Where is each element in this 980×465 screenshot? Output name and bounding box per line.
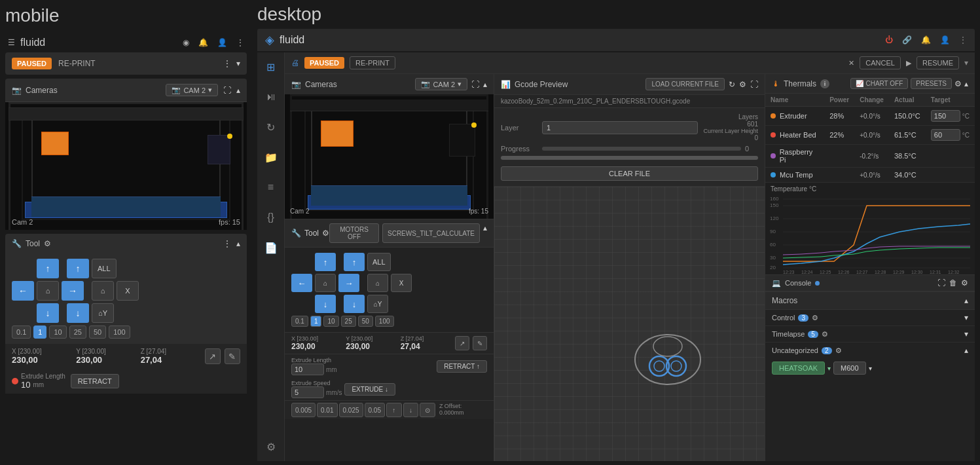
sidebar-home-icon[interactable]: ⊞ (262, 58, 280, 76)
mobile-step-1-button[interactable]: 1 (33, 326, 46, 339)
mobile-jog-left-button[interactable]: ← (12, 281, 34, 301)
sidebar-tuning-icon[interactable]: ≡ (262, 178, 280, 196)
sidebar-file-icon[interactable]: 📄 (262, 238, 280, 257)
desktop-jog-home-button[interactable]: ⌂ (315, 274, 336, 292)
desktop-layer-input[interactable] (542, 121, 698, 134)
mobile-cam-badge[interactable]: 📷 CAM 2 ▾ (166, 84, 218, 96)
bell-icon[interactable]: 🔔 (198, 38, 208, 47)
desktop-layer-slider[interactable] (501, 156, 758, 160)
desktop-extruder-target-input[interactable] (931, 110, 960, 122)
desktop-m600-macro-button[interactable]: M600 (833, 362, 866, 375)
mobile-tool-gear-icon[interactable]: ⚙ (44, 239, 51, 248)
desktop-presets-button[interactable]: PRESETS (911, 78, 952, 89)
mobile-jog-down-xy-button[interactable]: ↓ (37, 303, 59, 323)
desktop-heatsoak-chevron-icon[interactable]: ▾ (827, 365, 831, 372)
desktop-resume-button[interactable]: RESUME (916, 56, 959, 69)
desktop-thermals-settings-icon[interactable]: ⚙ (954, 79, 962, 88)
desktop-person-icon[interactable]: 👤 (940, 35, 950, 45)
desktop-extrude-length-input[interactable] (291, 363, 324, 375)
desktop-screws-tilt-button[interactable]: SCREWS_TILT_CALCULATE (382, 223, 480, 243)
desktop-thermals-collapse-icon[interactable]: ▴ (964, 79, 968, 88)
desktop-step-100-button[interactable]: 100 (375, 316, 394, 327)
mobile-jog-all-button[interactable]: ALL (92, 259, 117, 278)
desktop-z-adjust-2-button[interactable]: ✎ (473, 336, 487, 350)
eye-icon[interactable]: ◉ (183, 38, 189, 47)
desktop-thermals-info-icon[interactable]: i (820, 79, 829, 88)
mobile-step-25-button[interactable]: 25 (69, 326, 86, 339)
desktop-fine-005b-button[interactable]: 0.05 (365, 403, 385, 417)
desktop-step-50-button[interactable]: 50 (358, 316, 373, 327)
desktop-jog-home-xy-button[interactable]: ⌂ (367, 274, 388, 292)
desktop-jog-up-xy-button[interactable]: ↑ (315, 253, 336, 271)
desktop-jog-left-button[interactable]: ← (291, 274, 312, 292)
desktop-fine-005-button[interactable]: 0.005 (291, 403, 316, 417)
menu-icon[interactable]: ☰ (8, 38, 15, 47)
mobile-jog-home-x-button[interactable]: ⌂ (92, 281, 114, 301)
person-icon[interactable]: 👤 (217, 38, 227, 47)
desktop-tool-gear-icon[interactable]: ⚙ (322, 229, 329, 238)
desktop-chart-off-button[interactable]: 📈 CHART OFF (850, 78, 908, 89)
sidebar-settings-icon[interactable]: ⚙ (262, 437, 280, 456)
mobile-tool-more-icon[interactable]: ⋮ (223, 239, 231, 248)
desktop-console-trash-icon[interactable]: 🗑 (949, 278, 957, 288)
desktop-tool-collapse-icon[interactable]: ▴ (483, 223, 487, 243)
mobile-retract-button[interactable]: RETRACT (71, 374, 119, 388)
desktop-step-25-button[interactable]: 25 (341, 316, 356, 327)
desktop-gcode-refresh-icon[interactable]: ↻ (729, 80, 735, 89)
mobile-z-adjust-plus-button[interactable]: ✎ (225, 348, 240, 364)
desktop-toolbar-chevron[interactable]: ▾ (964, 58, 968, 67)
desktop-gcode-settings-icon[interactable]: ⚙ (739, 80, 746, 89)
mobile-cameras-collapse-icon[interactable]: ▴ (236, 86, 240, 95)
mobile-tool-collapse-icon[interactable]: ▴ (236, 239, 240, 248)
sidebar-config-icon[interactable]: {} (262, 208, 280, 227)
desktop-console-settings-icon[interactable]: ⚙ (961, 278, 968, 288)
desktop-fine-reset-button[interactable]: ⊙ (420, 403, 435, 417)
desktop-macro-uncategorized-collapse-icon[interactable]: ▴ (964, 346, 968, 355)
desktop-power-icon[interactable]: ⏻ (885, 35, 893, 45)
sidebar-print-icon[interactable]: ⏯ (262, 88, 280, 106)
desktop-extrude-button[interactable]: EXTRUDE ↓ (344, 383, 395, 396)
desktop-camera-collapse-icon[interactable]: ▴ (483, 80, 487, 89)
desktop-step-1-button[interactable]: 1 (310, 316, 322, 327)
desktop-reprint-button[interactable]: RE-PRINT (350, 56, 395, 69)
mobile-jog-up-xy-button[interactable]: ↑ (37, 259, 59, 278)
desktop-retract-button[interactable]: RETRACT ↑ (437, 360, 487, 373)
mobile-status-more-icon[interactable]: ⋮ (223, 59, 231, 68)
desktop-jog-home-y-button[interactable]: ⌂Y (367, 295, 388, 313)
sidebar-folder-icon[interactable]: 📁 (262, 148, 280, 166)
desktop-fine-up-button[interactable]: ↑ (386, 403, 402, 417)
mobile-cameras-expand-icon[interactable]: ⛶ (223, 86, 231, 95)
desktop-more-icon[interactable]: ⋮ (959, 35, 967, 45)
desktop-macro-timelapse-gear-icon[interactable]: ⚙ (822, 330, 828, 339)
desktop-fine-down-button[interactable]: ↓ (403, 403, 419, 417)
desktop-jog-right-button[interactable]: → (338, 274, 359, 292)
desktop-heatsoak-macro-button[interactable]: HEATSOAK (772, 362, 825, 375)
desktop-gcode-expand-icon[interactable]: ⛶ (750, 80, 758, 89)
desktop-load-file-button[interactable]: LOAD CURRENT FILE (645, 78, 725, 90)
desktop-fine-001-button[interactable]: 0.01 (317, 403, 337, 417)
desktop-fine-0025-button[interactable]: 0.025 (339, 403, 363, 417)
mobile-jog-home-button[interactable]: ⌂ (37, 281, 59, 301)
mobile-step-01-button[interactable]: 0.1 (12, 326, 31, 339)
mobile-step-50-button[interactable]: 50 (89, 326, 106, 339)
desktop-jog-all-button[interactable]: ALL (367, 253, 391, 271)
mobile-status-chevron-icon[interactable]: ▾ (236, 59, 240, 68)
mobile-jog-down-z-button[interactable]: ↓ (67, 303, 89, 323)
desktop-macros-collapse-icon[interactable]: ▴ (964, 296, 968, 305)
sidebar-history-icon[interactable]: ↻ (262, 118, 280, 136)
mobile-reprint-button[interactable]: RE-PRINT (58, 59, 96, 68)
desktop-clear-file-button[interactable]: CLEAR FILE (501, 166, 758, 181)
desktop-macro-uncategorized-gear-icon[interactable]: ⚙ (835, 346, 842, 355)
desktop-link-icon[interactable]: 🔗 (902, 35, 912, 45)
desktop-macro-timelapse-collapse-icon[interactable]: ▾ (964, 329, 968, 339)
mobile-jog-home-y-button[interactable]: ⌂Y (92, 303, 114, 323)
desktop-console-expand-icon[interactable]: ⛶ (937, 278, 945, 288)
desktop-step-01-button[interactable]: 0.1 (291, 316, 308, 327)
mobile-jog-up-z-button[interactable]: ↑ (67, 259, 89, 278)
desktop-bell-icon[interactable]: 🔔 (921, 35, 931, 45)
desktop-jog-up-z-button[interactable]: ↑ (344, 253, 365, 271)
more-icon[interactable]: ⋮ (236, 38, 244, 47)
desktop-jog-down-xy-button[interactable]: ↓ (315, 295, 336, 313)
desktop-cancel-button[interactable]: CANCEL (860, 56, 901, 69)
desktop-cam-badge[interactable]: 📷 CAM 2 ▾ (415, 78, 467, 90)
